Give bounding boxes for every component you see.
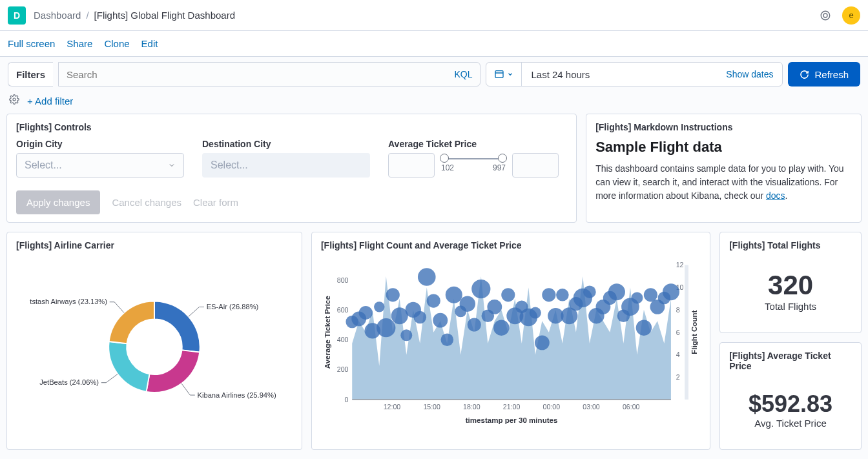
markdown-body: This dashboard contains sample data for … — [595, 162, 852, 203]
workspace-badge[interactable]: D — [8, 6, 26, 25]
price-max-input[interactable] — [512, 153, 559, 178]
svg-point-26 — [386, 288, 400, 301]
svg-text:6: 6 — [676, 329, 680, 336]
svg-point-37 — [460, 296, 475, 311]
svg-point-67 — [663, 283, 679, 300]
kql-button[interactable]: KQL — [454, 69, 472, 79]
breadcrumb-root[interactable]: Dashboard — [34, 10, 81, 21]
svg-point-1 — [823, 14, 827, 17]
search-field-wrap: KQL — [58, 62, 480, 87]
svg-rect-2 — [495, 71, 503, 78]
svg-text:12:00: 12:00 — [384, 403, 401, 411]
news-icon[interactable] — [818, 8, 833, 23]
price-slider[interactable]: 102 997 — [441, 158, 506, 172]
airline-carrier-panel: [Flights] Airline Carrier ES-Air (26.88%… — [6, 232, 302, 450]
destination-city-select[interactable]: Select... — [202, 153, 370, 178]
apply-changes-button[interactable]: Apply changes — [16, 190, 100, 214]
svg-text:8: 8 — [676, 306, 680, 314]
edit-button[interactable]: Edit — [141, 38, 158, 49]
user-avatar[interactable]: e — [842, 6, 860, 25]
svg-text:15:00: 15:00 — [423, 403, 440, 411]
svg-point-33 — [433, 313, 448, 328]
cancel-changes-button[interactable]: Cancel changes — [112, 190, 181, 214]
clone-button[interactable]: Clone — [104, 38, 129, 49]
svg-point-34 — [440, 333, 453, 346]
markdown-panel: [Flights] Markdown Instructions Sample F… — [586, 114, 862, 223]
origin-placeholder: Select... — [25, 159, 62, 171]
svg-point-3 — [13, 98, 16, 101]
svg-text:ES-Air (26.88%): ES-Air (26.88%) — [207, 303, 259, 311]
destination-placeholder: Select... — [211, 159, 248, 171]
refresh-button[interactable]: Refresh — [788, 62, 860, 87]
svg-text:00:00: 00:00 — [542, 403, 560, 411]
svg-point-49 — [542, 288, 555, 301]
svg-point-48 — [535, 335, 550, 350]
controls-panel: [Flights] Controls Origin City Select...… — [6, 114, 577, 223]
svg-text:Average Ticket Price: Average Ticket Price — [323, 296, 331, 369]
svg-text:0: 0 — [344, 396, 348, 403]
filters-label: Filters — [8, 62, 53, 87]
svg-text:2: 2 — [676, 373, 680, 381]
docs-link[interactable]: docs — [766, 190, 785, 201]
svg-text:4: 4 — [676, 351, 680, 358]
svg-point-39 — [471, 280, 490, 298]
filter-settings-icon[interactable] — [9, 94, 19, 107]
quick-select-icon[interactable] — [486, 63, 522, 86]
date-picker[interactable]: Last 24 hours Show dates — [486, 62, 783, 87]
avg-price-label: Avg. Ticket Price — [754, 418, 826, 429]
svg-point-59 — [608, 283, 625, 300]
svg-point-30 — [413, 311, 426, 324]
svg-text:Kibana Airlines (25.94%): Kibana Airlines (25.94%) — [198, 391, 276, 399]
svg-point-32 — [427, 294, 440, 307]
svg-point-25 — [377, 318, 395, 337]
svg-point-0 — [821, 11, 830, 20]
svg-point-38 — [468, 318, 481, 331]
slider-thumb-min[interactable] — [440, 154, 449, 163]
controls-title: [Flights] Controls — [16, 122, 567, 132]
svg-point-63 — [636, 320, 652, 336]
svg-point-31 — [418, 268, 436, 286]
slider-thumb-max[interactable] — [498, 154, 507, 163]
airline-carrier-chart[interactable]: ES-Air (26.88%)Kibana Airlines (25.94%)J… — [16, 257, 293, 425]
svg-point-43 — [501, 288, 515, 301]
date-range-text: Last 24 hours — [522, 69, 717, 80]
svg-point-51 — [556, 289, 569, 301]
markdown-title: [Flights] Markdown Instructions — [595, 122, 852, 132]
breadcrumb-current: [Flights] Global Flight Dashboard — [94, 10, 235, 21]
svg-text:JetBeats (24.06%): JetBeats (24.06%) — [39, 378, 99, 386]
svg-point-62 — [631, 292, 643, 303]
search-input[interactable] — [67, 69, 454, 80]
add-filter-button[interactable]: + Add filter — [27, 96, 73, 107]
breadcrumb: Dashboard / [Flights] Global Flight Dash… — [34, 10, 235, 21]
markdown-heading: Sample Flight data — [595, 139, 852, 156]
clear-form-button[interactable]: Clear form — [193, 190, 238, 214]
price-max-label: 997 — [493, 163, 506, 172]
total-flights-panel: [Flights] Total Flights 320 Total Flight… — [719, 232, 862, 333]
svg-text:Flight Count: Flight Count — [690, 311, 698, 354]
svg-text:03:00: 03:00 — [583, 403, 600, 411]
svg-point-41 — [487, 300, 502, 314]
svg-point-22 — [359, 306, 373, 320]
filters-row: Filters KQL Last 24 hours Show dates Ref… — [0, 57, 868, 92]
svg-point-55 — [583, 285, 596, 298]
price-min-input[interactable] — [388, 153, 435, 178]
chevron-down-icon — [168, 161, 176, 169]
origin-city-select[interactable]: Select... — [16, 153, 184, 178]
total-flights-value: 320 — [768, 270, 813, 301]
svg-text:timestamp per 30 minutes: timestamp per 30 minutes — [466, 416, 558, 424]
share-button[interactable]: Share — [67, 38, 92, 49]
svg-point-24 — [374, 301, 384, 312]
total-flights-label: Total Flights — [765, 301, 816, 312]
destination-city-label: Destination City — [202, 139, 370, 149]
avg-price-value: $592.83 — [749, 391, 832, 418]
svg-text:800: 800 — [337, 276, 349, 284]
app-header: D Dashboard / [Flights] Global Flight Da… — [0, 0, 868, 31]
show-dates-button[interactable]: Show dates — [717, 69, 782, 79]
svg-text:600: 600 — [337, 306, 349, 314]
svg-text:400: 400 — [337, 336, 349, 343]
full-screen-button[interactable]: Full screen — [8, 38, 55, 49]
dashboard-toolbar: Full screen Share Clone Edit — [0, 31, 868, 57]
count-price-title: [Flights] Flight Count and Average Ticke… — [321, 240, 701, 250]
count-price-chart[interactable]: 02004006008002468101212:0015:0018:0021:0… — [321, 257, 701, 431]
svg-point-47 — [530, 307, 541, 319]
